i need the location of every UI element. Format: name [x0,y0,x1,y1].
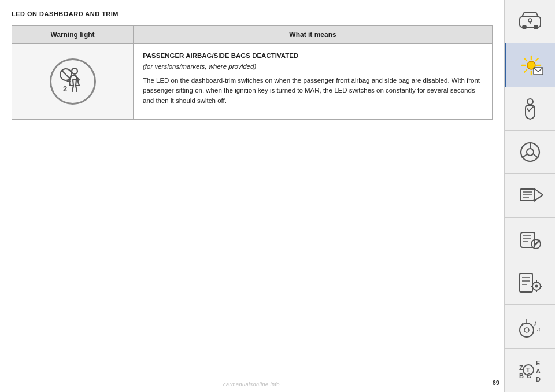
maintenance-icon [517,227,543,252]
svg-text:T: T [526,367,530,373]
svg-text:B: B [519,372,524,379]
svg-text:D: D [536,376,541,383]
svg-line-3 [62,71,70,79]
warning-light-icon-cell: 2 [12,44,134,119]
sidebar-item-driving[interactable] [505,131,555,174]
sidebar-item-maintenance[interactable] [505,218,555,261]
page-heading: LED ON DASHBOARD AND TRIM [12,10,493,17]
svg-rect-36 [520,273,532,292]
warning-lights-icon [519,53,544,78]
page-number: 69 [493,379,500,386]
svg-text:♫: ♫ [536,326,541,332]
svg-text:2: 2 [63,84,67,93]
svg-text:Z: Z [519,364,523,371]
svg-point-47 [524,328,529,332]
car-info-icon [517,9,543,34]
svg-line-17 [524,69,527,72]
warning-title: PASSENGER AIRBAG/SIDE BAGS DEACTIVATED [143,51,483,61]
sidebar-item-index[interactable]: Z B E A D C T [505,349,555,392]
sidebar-item-safety[interactable] [505,87,555,131]
svg-point-21 [527,149,534,156]
audio-nav-icon: ♪ ♫ [517,314,543,339]
sidebar-item-warning-lights[interactable] [505,43,555,87]
sidebar-item-audio-nav[interactable]: ♪ ♫ [505,305,555,348]
svg-point-19 [527,99,533,105]
warning-subtitle: (for versions/markets, where provided) [143,62,483,72]
watermark: carmanualsonline.info [0,382,503,387]
sidebar-item-breakdown[interactable] [505,174,555,217]
column-header-meaning: What it means [134,26,492,43]
sidebar-item-car-info[interactable] [505,0,555,43]
column-header-warning: Warning light [12,26,134,43]
svg-point-6 [534,25,538,29]
svg-marker-26 [535,189,543,201]
steering-wheel-icon [517,139,543,165]
warning-meaning-cell: PASSENGER AIRBAG/SIDE BAGS DEACTIVATED (… [134,44,492,119]
svg-line-24 [534,154,538,158]
warning-description: The LED on the dashboard-trim switches o… [143,77,480,105]
table-row: 2 PASSENGER AIRBAG/SIDE BAGS DEACTIVATED… [12,44,492,119]
svg-line-14 [524,58,527,61]
table-header-row: Warning light What it means [12,26,492,44]
settings-icon [517,270,543,295]
safety-icon [517,96,543,121]
svg-point-5 [522,25,527,29]
index-icon: Z B E A D C T [517,357,543,383]
airbag-deactivated-icon: 2 [50,58,96,105]
svg-point-46 [520,323,534,337]
svg-point-0 [72,68,77,74]
main-table: Warning light What it means [12,25,493,120]
svg-line-16 [535,58,538,61]
airbag-svg: 2 [57,66,88,97]
svg-point-7 [528,19,532,22]
sidebar-item-settings[interactable] [505,261,555,305]
svg-point-41 [535,285,538,288]
main-content: LED ON DASHBOARD AND TRIM Warning light … [0,0,504,392]
svg-text:E: E [536,360,540,367]
svg-line-23 [522,154,527,158]
sidebar: ♪ ♫ Z B E A D C T [504,0,555,392]
svg-text:A: A [536,368,541,375]
breakdown-icon [517,183,543,209]
